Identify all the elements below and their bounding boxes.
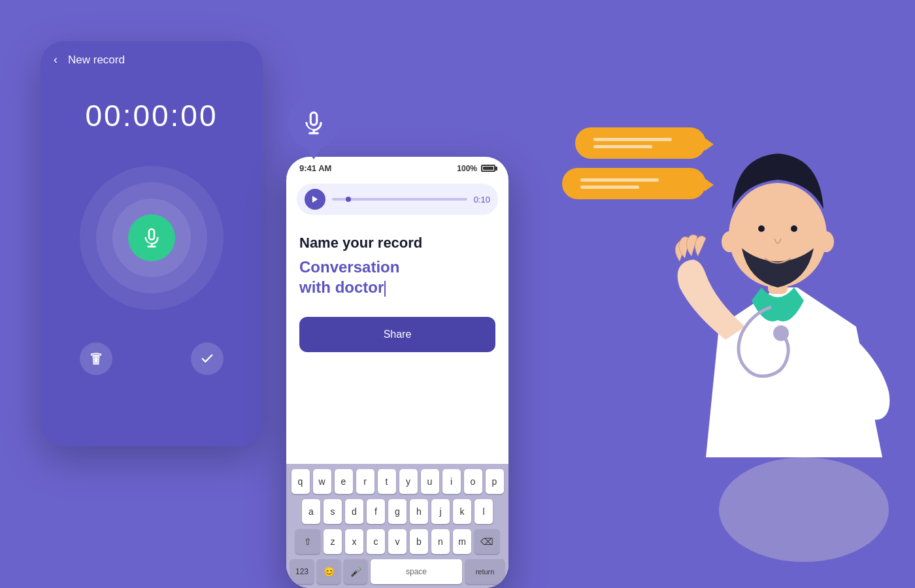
key-i[interactable]: i (442, 469, 461, 494)
key-q[interactable]: q (291, 469, 310, 494)
waveform-dot (346, 197, 351, 202)
name-record-section: Name your record Conversationwith doctor (286, 221, 508, 304)
return-key[interactable]: return (465, 559, 505, 584)
svg-point-8 (722, 231, 737, 252)
key-u[interactable]: u (421, 469, 439, 494)
back-button[interactable]: ‹ (54, 53, 58, 67)
key-w[interactable]: w (313, 469, 331, 494)
name-record-label: Name your record (299, 235, 495, 252)
mic-circles (41, 159, 263, 316)
audio-waveform (332, 198, 467, 201)
status-bar: 9:41 AM 100% (286, 157, 508, 177)
key-h[interactable]: h (410, 499, 428, 524)
chat-line (580, 186, 639, 189)
key-t[interactable]: t (378, 469, 396, 494)
mic-bubble-tail (306, 148, 322, 159)
key-s[interactable]: s (324, 499, 342, 524)
battery-icon (481, 165, 495, 172)
keyboard-row-last: 123 😊 🎤 space return (289, 559, 506, 584)
key-y[interactable]: y (399, 469, 418, 494)
doctor-illustration (640, 0, 915, 588)
text-cursor (384, 281, 386, 297)
audio-player: 0:10 (297, 184, 498, 215)
svg-rect-1 (93, 356, 98, 363)
play-button[interactable] (305, 189, 325, 210)
key-l[interactable]: l (474, 499, 493, 524)
key-x[interactable]: x (345, 529, 363, 554)
svg-marker-4 (312, 196, 318, 203)
svg-point-10 (758, 225, 765, 232)
key-m[interactable]: m (453, 529, 471, 554)
keyboard-row-2: a s d f g h j k l (289, 499, 506, 524)
left-phone: ‹ New record 00:00:00 (41, 41, 263, 446)
phone-title: New record (68, 54, 125, 67)
key-c[interactable]: c (367, 529, 385, 554)
status-time: 9:41 AM (299, 163, 331, 173)
battery-pct: 100% (457, 164, 477, 173)
status-right: 100% (457, 164, 495, 173)
key-d[interactable]: d (345, 499, 363, 524)
svg-point-11 (791, 225, 797, 232)
delete-key[interactable]: ⌫ (474, 529, 499, 554)
delete-button[interactable] (80, 342, 112, 375)
key-a[interactable]: a (302, 499, 320, 524)
confirm-button[interactable] (191, 342, 224, 375)
key-p[interactable]: p (486, 469, 504, 494)
key-j[interactable]: j (431, 499, 450, 524)
key-n[interactable]: n (431, 529, 450, 554)
key-g[interactable]: g (388, 499, 407, 524)
key-k[interactable]: k (453, 499, 471, 524)
key-f[interactable]: f (367, 499, 385, 524)
timer-display: 00:00:00 (41, 98, 263, 133)
audio-duration: 0:10 (474, 195, 490, 204)
svg-point-5 (719, 457, 889, 562)
phone-header: ‹ New record (41, 41, 263, 78)
battery-fill (483, 167, 493, 170)
key-emoji[interactable]: 😊 (317, 559, 341, 584)
keyboard-row-3: ⇧ z x c v b n m ⌫ (289, 529, 506, 554)
center-phone: 9:41 AM 100% 0:10 Name your record Conve… (286, 157, 508, 588)
mic-bubble-circle (288, 97, 340, 149)
key-z[interactable]: z (324, 529, 342, 554)
svg-point-12 (773, 325, 789, 341)
key-r[interactable]: r (356, 469, 374, 494)
key-mic[interactable]: 🎤 (344, 559, 367, 584)
space-key[interactable]: space (371, 559, 462, 584)
phone-actions (41, 342, 263, 375)
key-e[interactable]: e (335, 469, 353, 494)
key-123[interactable]: 123 (290, 559, 314, 584)
key-b[interactable]: b (410, 529, 428, 554)
key-v[interactable]: v (388, 529, 407, 554)
mic-bubble (288, 97, 346, 155)
key-o[interactable]: o (464, 469, 482, 494)
keyboard-row-1: q w e r t y u i o p (289, 469, 506, 494)
svg-point-9 (818, 231, 834, 252)
shift-key[interactable]: ⇧ (295, 529, 320, 554)
mic-button[interactable] (128, 214, 175, 261)
record-name-value[interactable]: Conversationwith doctor (299, 257, 495, 297)
keyboard: q w e r t y u i o p a s d f g h j k l ⇧ … (286, 464, 508, 588)
conversation-label: Conversation (325, 335, 418, 352)
svg-rect-0 (94, 355, 98, 357)
